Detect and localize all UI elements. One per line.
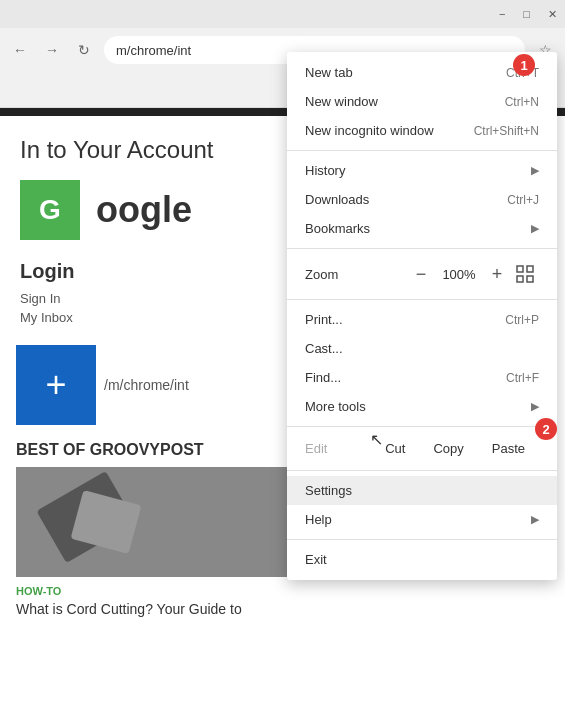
edit-row: Edit Cut Copy Paste [287, 432, 557, 465]
menu-bookmarks-label: Bookmarks [305, 221, 370, 236]
menu-divider-4 [287, 426, 557, 427]
menu-find-label: Find... [305, 370, 341, 385]
fullscreen-button[interactable] [511, 260, 539, 288]
menu-help-label: Help [305, 512, 332, 527]
menu-divider-1 [287, 150, 557, 151]
article-category: HOW-TO [16, 585, 549, 597]
menu-new-tab-label: New tab [305, 65, 353, 80]
menu-divider-2 [287, 248, 557, 249]
menu-settings-label: Settings [305, 483, 352, 498]
zoom-minus-button[interactable]: − [407, 260, 435, 288]
menu-history-arrow: ▶ [531, 164, 539, 177]
zoom-plus-button[interactable]: + [483, 260, 511, 288]
menu-history[interactable]: History ▶ [287, 156, 557, 185]
forward-button[interactable]: → [40, 38, 64, 62]
menu-divider-5 [287, 470, 557, 471]
chrome-url-text: /m/chrome/int [96, 369, 197, 401]
annotation-2: 2 [535, 418, 557, 440]
zoom-value: 100% [435, 267, 483, 282]
close-button[interactable]: ✕ [548, 8, 557, 21]
dropdown-menu: New tab Ctrl+T New window Ctrl+N New inc… [287, 52, 557, 580]
menu-exit[interactable]: Exit [287, 545, 557, 574]
menu-incognito-shortcut: Ctrl+Shift+N [474, 124, 539, 138]
menu-cast-label: Cast... [305, 341, 343, 356]
menu-divider-3 [287, 299, 557, 300]
article-title: What is Cord Cutting? Your Guide to [16, 601, 549, 617]
refresh-button[interactable]: ↻ [72, 38, 96, 62]
title-bar: − □ ✕ [0, 0, 565, 28]
menu-cast[interactable]: Cast... [287, 334, 557, 363]
menu-downloads[interactable]: Downloads Ctrl+J [287, 185, 557, 214]
menu-exit-label: Exit [305, 552, 327, 567]
menu-incognito[interactable]: New incognito window Ctrl+Shift+N [287, 116, 557, 145]
annotation-1: 1 [513, 54, 535, 76]
google-text: oogle [96, 189, 192, 231]
menu-more-tools-label: More tools [305, 399, 366, 414]
menu-downloads-shortcut: Ctrl+J [507, 193, 539, 207]
zoom-row: Zoom − 100% + [287, 254, 557, 294]
menu-print-shortcut: Ctrl+P [505, 313, 539, 327]
menu-new-window-label: New window [305, 94, 378, 109]
menu-new-window[interactable]: New window Ctrl+N [287, 87, 557, 116]
menu-new-window-shortcut: Ctrl+N [505, 95, 539, 109]
menu-help-arrow: ▶ [531, 513, 539, 526]
menu-find-shortcut: Ctrl+F [506, 371, 539, 385]
menu-print[interactable]: Print... Ctrl+P [287, 305, 557, 334]
cut-button[interactable]: Cut [371, 436, 419, 461]
menu-help[interactable]: Help ▶ [287, 505, 557, 534]
svg-rect-2 [517, 276, 523, 282]
restore-button[interactable]: □ [523, 8, 530, 20]
menu-find[interactable]: Find... Ctrl+F [287, 363, 557, 392]
menu-divider-6 [287, 539, 557, 540]
menu-incognito-label: New incognito window [305, 123, 434, 138]
svg-rect-1 [527, 266, 533, 272]
svg-rect-3 [527, 276, 533, 282]
back-button[interactable]: ← [8, 38, 32, 62]
plus-icon: + [45, 364, 66, 406]
menu-history-label: History [305, 163, 345, 178]
blue-thumbnail: + [16, 345, 96, 425]
menu-bookmarks[interactable]: Bookmarks ▶ [287, 214, 557, 243]
menu-print-label: Print... [305, 312, 343, 327]
menu-settings[interactable]: Settings [287, 476, 557, 505]
copy-button[interactable]: Copy [419, 436, 477, 461]
paste-button[interactable]: Paste [478, 436, 539, 461]
svg-rect-0 [517, 266, 523, 272]
annotation-2-label: 2 [542, 422, 549, 437]
annotation-1-label: 1 [520, 58, 527, 73]
edit-label: Edit [305, 441, 371, 456]
minimize-button[interactable]: − [499, 8, 505, 20]
menu-more-tools-arrow: ▶ [531, 400, 539, 413]
menu-bookmarks-arrow: ▶ [531, 222, 539, 235]
menu-downloads-label: Downloads [305, 192, 369, 207]
menu-more-tools[interactable]: More tools ▶ [287, 392, 557, 421]
zoom-label: Zoom [305, 267, 407, 282]
google-button[interactable]: G [20, 180, 80, 240]
